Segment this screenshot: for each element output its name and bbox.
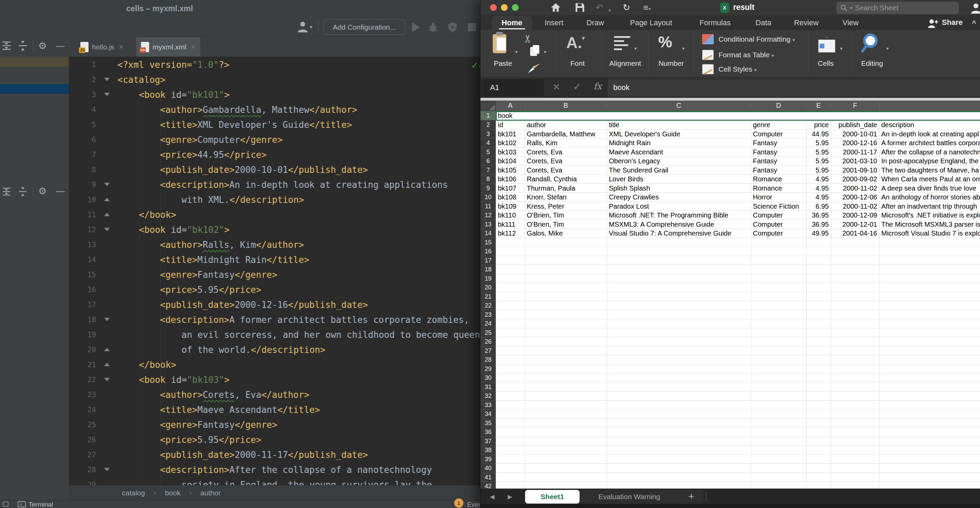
grid-cell[interactable]: An in-depth look at creating appl [881, 129, 980, 139]
row-header-7[interactable]: 7 [480, 166, 496, 175]
row-header-20[interactable]: 20 [480, 283, 496, 292]
grid-cell[interactable]: price [808, 120, 829, 129]
grid-cell[interactable]: Thurman, Paula [527, 184, 605, 193]
grid-cell[interactable]: Midnight Rain [609, 138, 749, 148]
breadcrumb-item[interactable]: book [165, 489, 180, 497]
grid-cell[interactable]: Microsoft's .NET initiative is explo [881, 211, 980, 220]
format-painter-icon[interactable] [527, 63, 542, 73]
save-icon[interactable] [575, 3, 585, 12]
chevron-down-icon[interactable]: ▾ [840, 46, 842, 51]
fx-icon[interactable]: fx [593, 81, 602, 91]
grid-cell[interactable]: When Carla meets Paul at an orn [881, 174, 980, 184]
grid-cell[interactable]: Fantasy [753, 138, 804, 148]
grid-cell[interactable]: Ralls, Kim [527, 138, 605, 148]
gear-icon[interactable]: ⚙ [38, 185, 47, 197]
grid-cell[interactable]: Corets, Eva [527, 166, 605, 175]
grid-cell[interactable]: 2000-12-16 [833, 138, 877, 148]
add-sheet-button[interactable]: + [679, 490, 703, 503]
formula-input[interactable]: book [608, 80, 980, 96]
row-header-10[interactable]: 10 [480, 193, 496, 202]
grid-cell[interactable]: The two daughters of Maeve, ha [881, 166, 980, 175]
grid-cell[interactable]: Lover Birds [609, 174, 749, 184]
fold-marker[interactable] [104, 228, 110, 231]
row-header-36[interactable]: 36 [480, 428, 496, 437]
row-header-18[interactable]: 18 [480, 265, 496, 274]
grid-cell[interactable]: 2000-11-02 [833, 202, 877, 211]
row-header-14[interactable]: 14 [480, 229, 496, 238]
enter-check-icon[interactable]: ✓ [573, 81, 581, 93]
debug-button[interactable] [428, 22, 439, 33]
row-header-30[interactable]: 30 [480, 373, 496, 383]
column-header-B[interactable]: B [563, 102, 568, 109]
row-header-2[interactable]: 2 [480, 120, 496, 129]
grid-cell[interactable]: O'Brien, Tim [527, 220, 605, 229]
cancel-icon[interactable]: ✕ [553, 82, 560, 93]
grid-cell[interactable]: Computer [753, 229, 804, 238]
minimize-window-button[interactable] [501, 4, 508, 11]
grid-cell[interactable]: 2000-11-02 [833, 184, 877, 193]
grid-cell[interactable]: bk108 [498, 193, 523, 202]
search-input[interactable]: ▾ Search Sheet [836, 2, 959, 14]
breadcrumb-item[interactable]: catalog [122, 489, 145, 497]
chevron-down-icon[interactable]: ▾ [515, 49, 518, 54]
grid-cell[interactable]: 44.95 [808, 129, 829, 139]
hide-panel-icon[interactable]: — [56, 185, 65, 197]
conditional-formatting-button[interactable]: Conditional Formatting ▾ [719, 35, 795, 43]
next-sheet-icon[interactable]: ▸ [508, 491, 512, 502]
row-header-23[interactable]: 23 [480, 310, 496, 319]
row-header-33[interactable]: 33 [480, 401, 496, 410]
fold-marker[interactable] [104, 468, 110, 471]
row-header-24[interactable]: 24 [480, 319, 496, 328]
grid-cell[interactable]: author [527, 120, 605, 129]
grid-cell[interactable]: 5.95 [808, 138, 829, 148]
alignment-group-icon[interactable] [614, 36, 630, 53]
grid-cell[interactable]: bk103 [498, 148, 523, 157]
tab-view[interactable]: View [842, 18, 858, 27]
grid-cell[interactable]: bk102 [498, 138, 523, 148]
row-header-3[interactable]: 3 [480, 129, 496, 139]
event-log-label[interactable]: Even [467, 500, 482, 508]
grid-cell[interactable]: Fantasy [753, 157, 804, 166]
undo-icon[interactable]: ↶ [595, 3, 603, 12]
row-header-1[interactable]: 1 [480, 111, 496, 120]
row-header-19[interactable]: 19 [480, 274, 496, 283]
grid-cell[interactable]: After the collapse of a nanotechn [881, 148, 980, 157]
grid-cell[interactable]: bk110 [498, 211, 523, 220]
row-header-31[interactable]: 31 [480, 383, 496, 392]
tab-formulas[interactable]: Formulas [699, 18, 731, 27]
format-as-table-button[interactable]: Format as Table ▾ [719, 51, 774, 59]
grid-cell[interactable]: bk104 [498, 157, 523, 166]
grid-cell[interactable]: 2000-09-02 [833, 174, 877, 184]
grid-cell[interactable]: 4.95 [808, 193, 829, 202]
grid-cell[interactable]: Creepy Crawlies [609, 193, 749, 202]
row-header-28[interactable]: 28 [480, 355, 496, 364]
grid-cell[interactable]: Fantasy [753, 166, 804, 175]
run-button[interactable] [410, 22, 422, 33]
row-header-27[interactable]: 27 [480, 347, 496, 356]
code-editor[interactable]: 1<?xml version="1.0"?>2<catalog>3<book i… [69, 57, 480, 485]
grid-cell[interactable]: Microsoft .NET: The Programming Bible [609, 211, 749, 220]
cell-a1[interactable]: book [498, 111, 702, 120]
grid-cell[interactable]: 36.95 [808, 211, 829, 220]
tree-row-highlighted[interactable] [0, 57, 69, 67]
fold-marker[interactable] [104, 213, 110, 216]
grid-cell[interactable]: 4.95 [808, 184, 829, 193]
grid-cell[interactable]: Knorr, Stefan [527, 193, 605, 202]
close-window-button[interactable] [490, 4, 497, 11]
grid-cell[interactable]: 2001-09-10 [833, 166, 877, 175]
stop-button[interactable] [466, 22, 478, 33]
collapse-ribbon-icon[interactable]: ^ [972, 19, 976, 28]
column-header-A[interactable]: A [508, 102, 512, 109]
row-header-42[interactable]: 42 [480, 482, 496, 489]
row-header-13[interactable]: 13 [480, 220, 496, 229]
row-header-9[interactable]: 9 [480, 184, 496, 193]
grid-cell[interactable]: Computer [753, 129, 804, 139]
grid-cell[interactable]: 5.95 [808, 157, 829, 166]
row-header-16[interactable]: 16 [480, 247, 496, 256]
grid-cell[interactable]: 2000-12-06 [833, 193, 877, 202]
tab-data[interactable]: Data [756, 18, 771, 27]
grid-cell[interactable]: Microsoft Visual Studio 7 is explo [881, 229, 980, 238]
chevron-down-icon[interactable]: ▾ [635, 46, 637, 51]
prev-sheet-icon[interactable]: ◂ [490, 491, 495, 502]
grid-cell[interactable]: Fantasy [753, 148, 804, 157]
